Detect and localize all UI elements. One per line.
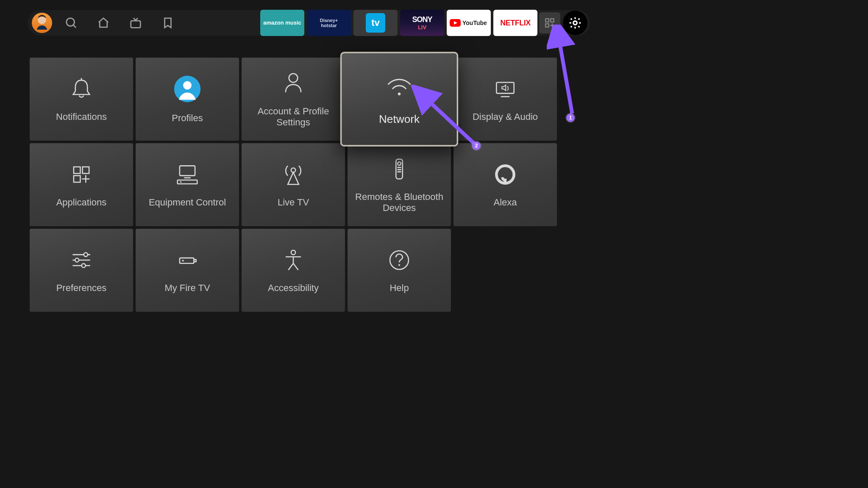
annotation-badge-1: 1 (566, 114, 575, 122)
svg-rect-20 (74, 175, 81, 182)
svg-rect-30 (397, 166, 401, 168)
person-icon (280, 70, 306, 97)
svg-line-2 (73, 25, 76, 28)
remote-icon (386, 156, 412, 182)
settings-tile-accessibility[interactable]: Accessibility (242, 229, 345, 312)
tile-label: Applications (56, 197, 107, 208)
svg-point-49 (398, 264, 400, 266)
app-amazon-music[interactable]: amazon music (260, 10, 304, 36)
search-icon[interactable] (65, 17, 78, 29)
settings-tile-remotes[interactable]: Remotes & Bluetooth Devices (348, 143, 451, 226)
tile-label: Profiles (172, 113, 203, 124)
svg-line-50 (558, 32, 572, 114)
youtube-label: YouTube (462, 19, 487, 26)
tile-label: Account & Profile Settings (245, 106, 342, 128)
wifi-icon (384, 72, 415, 102)
svg-rect-18 (74, 167, 81, 174)
svg-point-26 (180, 181, 182, 183)
svg-rect-42 (194, 260, 196, 262)
svg-point-1 (67, 18, 75, 26)
tile-label: Alexa (493, 197, 517, 208)
profile-avatar[interactable] (32, 13, 52, 33)
tile-label: Live TV (278, 197, 309, 208)
svg-point-14 (289, 73, 298, 82)
svg-rect-40 (180, 258, 194, 263)
svg-rect-31 (397, 169, 401, 170)
settings-tile-applications[interactable]: Applications (30, 143, 133, 226)
profile-avatar-icon (173, 75, 202, 103)
app-youtube[interactable]: YouTube (447, 10, 491, 36)
home-icon[interactable] (97, 17, 110, 29)
app-sony-liv[interactable]: SONY LIV (400, 10, 444, 36)
settings-tile-account[interactable]: Account & Profile Settings (242, 58, 345, 141)
svg-rect-3 (131, 21, 141, 28)
settings-tile-live-tv[interactable]: Live TV (242, 143, 345, 226)
tile-label: Help (389, 283, 409, 294)
svg-point-35 (84, 252, 88, 256)
settings-grid: Notifications Profiles Account & Profile… (30, 58, 557, 312)
alexa-ring-icon (492, 161, 518, 188)
svg-point-10 (573, 21, 577, 25)
apps-add-icon (68, 161, 95, 188)
settings-tile-alexa[interactable]: Alexa (453, 143, 557, 226)
settings-tile-notifications[interactable]: Notifications (30, 58, 133, 141)
display-audio-icon (492, 76, 518, 102)
settings-tile-help[interactable]: Help (348, 229, 451, 312)
tile-label: Network (379, 113, 420, 126)
svg-rect-16 (496, 82, 514, 93)
fire-tv-stick-icon (174, 247, 200, 273)
tile-label: My Fire TV (164, 283, 210, 294)
svg-rect-5 (545, 19, 549, 22)
svg-line-47 (293, 263, 298, 270)
tile-label: Accessibility (268, 283, 319, 294)
svg-point-43 (291, 250, 295, 255)
settings-tile-network[interactable]: Network (340, 52, 458, 146)
apps-grid-button[interactable] (539, 12, 560, 33)
svg-rect-7 (545, 24, 549, 27)
svg-rect-32 (397, 171, 401, 172)
tile-label: Preferences (56, 283, 107, 294)
svg-line-46 (288, 263, 293, 270)
bookmark-icon[interactable] (161, 17, 174, 29)
svg-point-37 (75, 258, 79, 262)
svg-point-29 (398, 162, 401, 165)
svg-rect-19 (83, 167, 89, 174)
equipment-icon (174, 161, 200, 188)
svg-point-41 (182, 260, 184, 261)
app-disney-hotstar[interactable]: Disney+ hotstar (307, 10, 351, 36)
settings-tile-equipment[interactable]: Equipment Control (136, 143, 239, 226)
svg-point-13 (183, 81, 192, 89)
accessibility-icon (280, 247, 306, 273)
svg-point-39 (82, 263, 86, 267)
svg-point-15 (398, 93, 401, 95)
settings-tile-display-audio[interactable]: Display & Audio (453, 58, 557, 141)
bell-icon (68, 76, 95, 102)
settings-tile-profiles[interactable]: Profiles (136, 58, 239, 141)
antenna-icon (280, 161, 306, 188)
live-tv-icon[interactable] (129, 17, 142, 29)
nav-icon-row (65, 17, 174, 29)
svg-rect-6 (551, 19, 554, 22)
settings-tile-my-fire-tv[interactable]: My Fire TV (136, 229, 239, 312)
app-tv[interactable]: tv (353, 10, 398, 36)
settings-tile-preferences[interactable]: Preferences (30, 229, 133, 312)
tile-label: Notifications (56, 111, 107, 122)
svg-rect-23 (180, 166, 195, 175)
sliders-icon (68, 247, 95, 273)
help-icon (386, 247, 412, 273)
settings-gear-button[interactable] (563, 11, 587, 35)
tile-label: Remotes & Bluetooth Devices (351, 191, 448, 214)
tile-label: Equipment Control (149, 197, 226, 208)
app-netflix[interactable]: NETFLIX (493, 10, 537, 36)
app-label: amazon music (263, 20, 301, 26)
tile-label: Display & Audio (473, 111, 538, 122)
app-shortcut-row: amazon music Disney+ hotstar tv SONY LIV… (260, 10, 537, 36)
annotation-badge-2: 2 (472, 141, 481, 150)
top-nav-bar: amazon music Disney+ hotstar tv SONY LIV… (28, 10, 590, 36)
